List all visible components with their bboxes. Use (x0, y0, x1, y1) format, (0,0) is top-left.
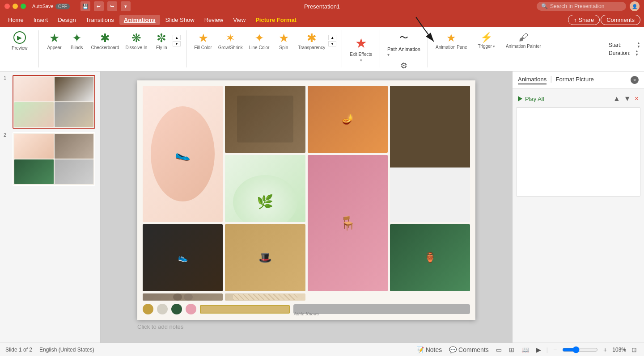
move-up-button[interactable]: ▲ (613, 95, 620, 103)
autosave-toggle[interactable]: OFF (55, 4, 70, 9)
trigger-icon: ⚡ (480, 32, 492, 43)
share-button[interactable]: ↑ Share (568, 15, 600, 25)
minimize-window-button[interactable] (13, 4, 18, 9)
anim-appear[interactable]: ★ Appear (44, 29, 65, 52)
add-notes-text[interactable]: Click to add notes (137, 323, 183, 330)
entrance-anim-items: ★ Appear ✦ Blinds ✱ Checkerboard ❋ Disso… (44, 29, 172, 52)
mb-poufs (143, 293, 223, 301)
grow-shrink-label: Grow/Shrink (218, 45, 243, 50)
grow-shrink-icon: ✶ (225, 31, 235, 45)
blinds-icon: ✦ (72, 31, 82, 45)
language-status: English (United States) (39, 347, 94, 353)
exit-effects-button[interactable]: ★ Exit Effects ▾ (347, 34, 374, 64)
emphasis-scroll-up[interactable]: ▲ (328, 35, 336, 40)
slide-sorter-button[interactable]: ⊞ (507, 345, 516, 354)
fit-slide-button[interactable]: ⊡ (630, 345, 639, 354)
animation-pane-label: Animation Pane (436, 45, 467, 50)
slide-canvas[interactable]: 🥿 🪔 🌿 (137, 80, 475, 320)
menu-insert[interactable]: Insert (29, 15, 53, 25)
search-box[interactable]: 🔍 (537, 2, 626, 11)
menu-transitions[interactable]: Transitions (81, 15, 119, 25)
duration-down-arrow[interactable]: ▼ (635, 53, 639, 57)
anim-transparency[interactable]: ✱ Transparency (296, 29, 327, 52)
line-color-label: Line Color (249, 45, 270, 50)
line-color-icon: ✦ (254, 31, 264, 45)
zoom-slider[interactable] (562, 346, 598, 353)
menu-slideshow[interactable]: Slide Show (161, 15, 199, 25)
anim-dissolve[interactable]: ❋ Dissolve In (123, 29, 149, 52)
app-title: Presentation1 (304, 3, 340, 10)
maximize-window-button[interactable] (21, 4, 26, 9)
panel-close-button[interactable]: × (631, 76, 639, 84)
undo-button[interactable]: ↩ (94, 1, 104, 11)
close-window-button[interactable] (4, 4, 10, 9)
entrance-animations-group: ★ Appear ✦ Blinds ✱ Checkerboard ❋ Disso… (42, 29, 184, 69)
anim-grow-shrink[interactable]: ✶ Grow/Shrink (216, 29, 245, 52)
anim-line-color[interactable]: ✦ Line Color (247, 29, 272, 52)
save-button[interactable]: 💾 (80, 1, 90, 11)
anim-blinds[interactable]: ✦ Blinds (67, 29, 87, 52)
slide-image-2[interactable] (13, 132, 95, 186)
zoom-in-button[interactable]: + (602, 345, 609, 354)
duration-label: Duration: (609, 50, 633, 56)
search-input[interactable] (550, 3, 622, 9)
normal-view-button[interactable]: ▭ (494, 345, 504, 354)
emphasis-scroll-down[interactable]: ▾ (328, 41, 336, 46)
ribbon: ▶ Preview ★ Appear ✦ Blinds ✱ Checkerboa… (0, 27, 644, 71)
anim-scroll-arrows: ▲ ▾ (173, 35, 181, 46)
anim-scroll-up[interactable]: ▲ (173, 35, 181, 40)
anim-fill-color[interactable]: ★ Fill Color (192, 29, 214, 52)
tab-format-picture[interactable]: Format Picture (555, 75, 593, 84)
preview-group: ▶ Preview (4, 29, 36, 69)
preview-button[interactable]: ▶ Preview (6, 29, 33, 52)
exit-effects-arrow: ▾ (360, 58, 362, 63)
autosave-status: AutoSave OFF (32, 4, 70, 9)
mb-rug (225, 293, 305, 301)
menu-view[interactable]: View (229, 15, 250, 25)
dissolve-label: Dissolve In (125, 45, 147, 50)
redo-button[interactable]: ↪ (107, 1, 117, 11)
comments-button[interactable]: Comments (601, 15, 640, 25)
anim-scroll-down[interactable]: ▾ (173, 41, 181, 46)
animation-pane-icon: ★ (446, 32, 456, 44)
animation-painter-group: 🖌 Animation Painter (501, 29, 546, 69)
slide-thumb-2[interactable]: 2 (4, 132, 97, 186)
trigger-button[interactable]: ⚡ Trigger ▾ (476, 30, 497, 50)
comments-status-button[interactable]: 💬 Comments (447, 345, 491, 354)
start-down-arrow[interactable]: ▼ (637, 45, 640, 49)
anim-checkerboard[interactable]: ✱ Checkerboard (89, 29, 122, 52)
user-avatar[interactable]: 👤 (630, 1, 640, 11)
animation-pane-button[interactable]: ★ Animation Pane (433, 30, 470, 51)
mb-pendant: 🪔 (308, 86, 388, 153)
menu-animations[interactable]: Animations (119, 15, 160, 25)
zoom-separator: | (547, 347, 548, 353)
menu-review[interactable]: Review (200, 15, 228, 25)
animation-painter-button[interactable]: 🖌 Animation Painter (504, 30, 543, 50)
slide-thumb-1[interactable]: 1 (4, 75, 97, 129)
search-icon: 🔍 (541, 3, 548, 9)
menu-picture-format[interactable]: Picture Format (251, 15, 301, 25)
emphasis-animations-group: ★ Fill Color ✶ Grow/Shrink ✦ Line Color … (189, 29, 339, 69)
mb-sofa (293, 304, 470, 314)
animation-painter-icon: 🖌 (518, 32, 528, 43)
play-all-button[interactable]: Play All (518, 96, 544, 102)
slide-image-1[interactable] (13, 75, 95, 129)
preview-play-icon: ▶ (13, 31, 26, 44)
remove-animation-button[interactable]: × (635, 95, 639, 103)
reading-view-button[interactable]: 📖 (520, 345, 531, 354)
notes-button[interactable]: 📝 Notes (415, 345, 444, 354)
play-all-icon (518, 96, 522, 101)
menu-design[interactable]: Design (53, 15, 80, 25)
traffic-lights (4, 4, 26, 9)
more-button[interactable]: ▾ (121, 1, 131, 11)
circle-cream (157, 304, 168, 314)
menu-home[interactable]: Home (4, 15, 28, 25)
slideshow-view-button[interactable]: ▶ (534, 345, 543, 354)
anim-flyin[interactable]: ✼ Fly In (151, 29, 172, 52)
canvas-bottom: Click to add notes (137, 320, 475, 334)
move-down-button[interactable]: ▼ (624, 95, 631, 103)
anim-spin[interactable]: ★ Spin (273, 29, 294, 52)
path-animation-button[interactable]: 〜 Path Animation ▾ (386, 30, 422, 59)
tab-animations[interactable]: Animations (518, 75, 547, 84)
zoom-out-button[interactable]: − (551, 345, 559, 354)
